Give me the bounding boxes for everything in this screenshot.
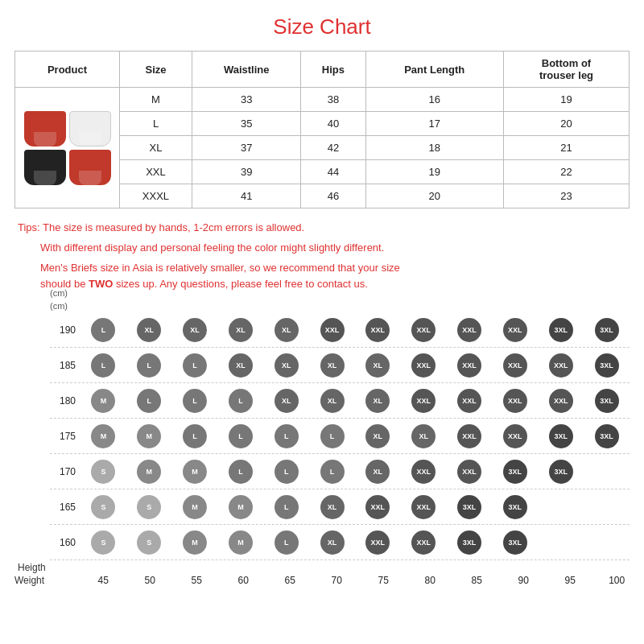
dot-cell: 3XL — [538, 460, 584, 484]
dot-cell: XXL — [492, 424, 538, 448]
size-badge: XL — [229, 353, 253, 378]
dot-cell: L — [172, 389, 218, 413]
col-pant-length: Pant Length — [365, 52, 503, 88]
tips-line-3: Men's Briefs size in Asia is relatively … — [18, 260, 630, 294]
dot-cell: 3XL — [538, 318, 584, 342]
dot-cell: L — [126, 389, 172, 413]
dot-cell: M — [217, 495, 263, 519]
dot-cell: XXL — [447, 424, 493, 448]
dot-cell: M — [80, 424, 126, 448]
cell-r0-c1: 33 — [192, 88, 300, 112]
size-badge: XL — [229, 318, 253, 342]
size-badge: M — [183, 530, 207, 555]
tips-section: Tips: The size is measured by hands, 1-2… — [14, 220, 630, 293]
size-badge: L — [275, 424, 299, 448]
size-badge: L — [320, 460, 345, 484]
dot-cell: XXL — [492, 318, 538, 342]
chart-row-175: 175MMLLLLXLXLXXLXXL3XL3XL — [50, 419, 630, 454]
cell-r4-c3: 20 — [365, 184, 503, 208]
size-badge: L — [137, 389, 161, 413]
size-badge: 3XL — [503, 495, 527, 519]
cell-r1-c0: L — [120, 112, 192, 136]
x-axis-value: 55 — [173, 575, 220, 586]
size-badge: 3XL — [549, 424, 573, 448]
dot-cell: XXL — [355, 318, 401, 342]
size-badge: L — [91, 353, 115, 378]
size-badge: 3XL — [595, 424, 619, 448]
dot-cell: XL — [401, 424, 447, 448]
size-badge: L — [183, 424, 207, 448]
size-badge: 3XL — [457, 495, 481, 519]
dot-cell: XXL — [447, 353, 493, 378]
chart-row-165: 165SSMMLXLXXLXXL3XL3XL — [50, 489, 630, 525]
size-badge: S — [91, 460, 115, 484]
size-badge: L — [137, 353, 161, 378]
size-badge: L — [229, 424, 253, 448]
cell-r0-c3: 16 — [365, 88, 503, 112]
size-badge: XXL — [503, 389, 527, 413]
size-badge: L — [275, 495, 299, 519]
size-badge: XL — [365, 389, 390, 413]
dot-cell: L — [217, 424, 263, 448]
dot-cell: L — [263, 530, 309, 555]
size-badge: 3XL — [503, 530, 527, 555]
size-badge: 3XL — [595, 353, 619, 378]
dot-cell: XL — [309, 389, 355, 413]
dot-cell: 3XL — [584, 389, 630, 413]
dot-cell: XXL — [447, 389, 493, 413]
cell-r1-c3: 17 — [365, 112, 503, 136]
dot-cell: M — [217, 530, 263, 555]
dot-cell: XL — [263, 353, 309, 378]
height-row-label: 175 — [50, 431, 80, 442]
size-badge: XXL — [503, 424, 527, 448]
cm-label: (cm) — [50, 288, 68, 298]
dot-cell: XXL — [401, 495, 447, 519]
cm-unit-label: (cm) — [50, 301, 630, 311]
dot-cell: 3XL — [584, 424, 630, 448]
cell-r2-c4: 21 — [503, 136, 629, 160]
size-badge: L — [229, 460, 253, 484]
cell-r1-c2: 40 — [301, 112, 365, 136]
dot-cell: XXL — [401, 353, 447, 378]
dot-cell: XL — [355, 424, 401, 448]
dot-cell: S — [126, 495, 172, 519]
size-badge: XXL — [503, 318, 527, 342]
cell-r1-c4: 20 — [503, 112, 629, 136]
size-badge: XXL — [411, 389, 436, 413]
height-row-label: 160 — [50, 537, 80, 548]
dot-cell: 3XL — [584, 353, 630, 378]
size-badge: L — [229, 389, 253, 413]
cell-r3-c2: 44 — [301, 160, 365, 184]
size-badge: 3XL — [457, 530, 481, 555]
size-badge: XXL — [457, 460, 481, 484]
dot-cell: L — [263, 424, 309, 448]
cell-r4-c0: XXXL — [120, 184, 192, 208]
dot-cell: S — [80, 460, 126, 484]
dot-cell: XL — [355, 460, 401, 484]
size-badge: M — [183, 495, 207, 519]
col-size: Size — [120, 52, 192, 88]
size-badge: XXL — [549, 353, 573, 378]
x-axis-value: 80 — [407, 575, 453, 586]
dot-cell: M — [172, 460, 218, 484]
size-badge: XL — [137, 318, 161, 342]
chart-row-170: 170SMMLLLXLXXLXXL3XL3XL — [50, 454, 630, 489]
page-title: Size Chart — [14, 14, 630, 39]
dot-cell: M — [126, 460, 172, 484]
cell-r0-c2: 38 — [301, 88, 365, 112]
dot-cell: XL — [309, 495, 355, 519]
dot-cell: L — [217, 389, 263, 413]
size-badge: L — [91, 318, 115, 342]
dot-cell: L — [80, 318, 126, 342]
dot-cell: XL — [355, 353, 401, 378]
dot-cell: L — [263, 460, 309, 484]
dot-cell: L — [309, 460, 355, 484]
dot-cell: 3XL — [447, 495, 493, 519]
size-badge: XXL — [411, 530, 436, 555]
cell-r2-c1: 37 — [192, 136, 300, 160]
size-badge: XL — [275, 389, 299, 413]
cell-r3-c1: 39 — [192, 160, 300, 184]
dot-cell: XL — [126, 318, 172, 342]
cell-r2-c2: 42 — [301, 136, 365, 160]
height-row-label: 165 — [50, 502, 80, 513]
